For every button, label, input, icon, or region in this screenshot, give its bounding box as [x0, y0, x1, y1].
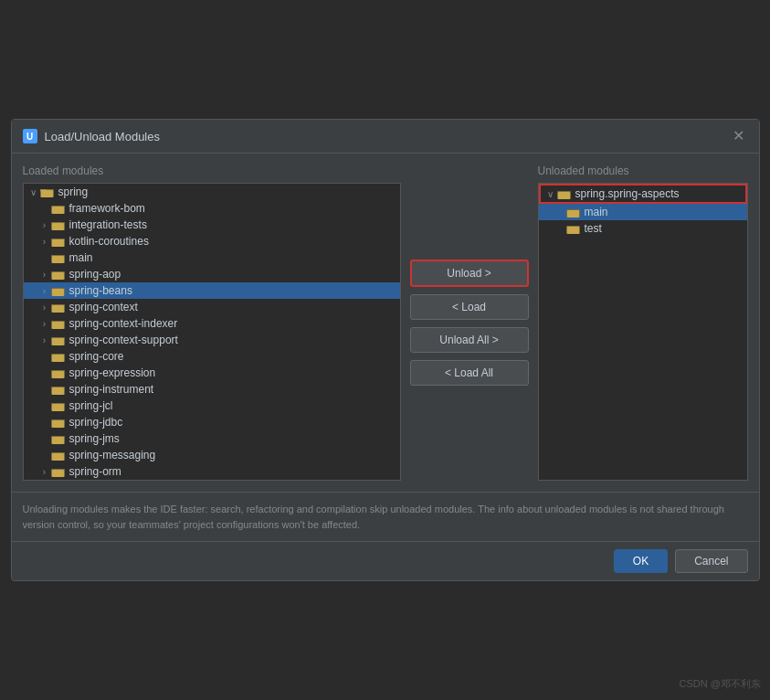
chevron-spring-context: › [38, 302, 51, 313]
folder-icon-test-unloaded [566, 222, 581, 235]
svg-rect-6 [52, 223, 64, 230]
svg-rect-28 [52, 404, 64, 411]
tree-label-spring-context-support: spring-context-support [69, 334, 178, 346]
tree-item-test-unloaded[interactable]: test [539, 220, 747, 237]
unload-all-button[interactable]: Unload All > [410, 327, 529, 353]
unloaded-tree[interactable]: ∨ spring.spring-aspects main [538, 183, 748, 481]
tree-item-spring-instrument[interactable]: spring-instrument [24, 381, 400, 398]
tree-label-spring: spring [58, 186, 89, 198]
folder-icon-spring-context [51, 301, 66, 313]
folder-icon-spring-context-support [51, 334, 66, 346]
svg-rect-14 [52, 289, 64, 296]
dialog-body: Loaded modules ∨ spring framework-bom [12, 154, 759, 492]
tree-label-main-unloaded: main [585, 206, 608, 218]
folder-icon-spring-jcl [51, 399, 66, 412]
svg-rect-26 [52, 387, 64, 395]
tree-label-spring-jcl: spring-jcl [69, 399, 113, 412]
tree-item-spring-core[interactable]: spring-core [24, 348, 400, 365]
folder-icon-spring-spring-aspects [557, 187, 572, 200]
svg-rect-36 [52, 470, 64, 477]
chevron-integration-tests: › [38, 220, 51, 230]
folder-icon-main [51, 251, 66, 264]
tree-item-integration-tests[interactable]: › integration-tests [24, 217, 400, 233]
tree-item-spring-orm[interactable]: › spring-orm [24, 463, 400, 480]
tree-item-spring-expression[interactable]: spring-expression [24, 365, 400, 381]
chevron-spring-orm: › [38, 467, 51, 477]
chevron-spring-beans: › [38, 286, 51, 296]
folder-icon-spring [40, 186, 55, 198]
svg-rect-24 [52, 371, 64, 378]
svg-rect-8 [52, 239, 64, 247]
tree-label-main: main [69, 251, 93, 264]
tree-item-spring-context-support[interactable]: › spring-context-support [24, 332, 400, 348]
svg-rect-32 [52, 437, 64, 444]
folder-icon-spring-instrument [51, 383, 66, 396]
tree-label-spring-instrument: spring-instrument [69, 383, 154, 396]
folder-icon-spring-core [51, 350, 66, 363]
tree-item-spring-messaging[interactable]: spring-messaging [24, 447, 400, 463]
tree-label-spring-context-indexer: spring-context-indexer [69, 317, 178, 330]
footer: OK Cancel [12, 541, 759, 580]
folder-icon-spring-context-indexer [51, 317, 66, 330]
tree-item-framework-bom[interactable]: framework-bom [24, 200, 400, 217]
cancel-button[interactable]: Cancel [675, 549, 747, 573]
tree-item-main[interactable]: main [24, 249, 400, 266]
load-all-button[interactable]: < Load All [410, 360, 529, 386]
folder-icon-framework-bom [51, 202, 66, 215]
ok-button[interactable]: OK [614, 549, 668, 573]
folder-icon-spring-messaging [51, 449, 66, 461]
tree-label-integration-tests: integration-tests [69, 218, 147, 231]
folder-icon-integration-tests [51, 218, 66, 231]
unload-button[interactable]: Unload > [410, 260, 529, 287]
tree-item-spring-jdbc[interactable]: spring-jdbc [24, 414, 400, 430]
tree-item-spring-spring-aspects[interactable]: ∨ spring.spring-aspects [539, 184, 747, 204]
tree-label-spring-orm: spring-orm [69, 465, 121, 478]
svg-rect-12 [52, 272, 64, 280]
close-button[interactable]: ✕ [729, 127, 748, 145]
tree-label-spring-aop: spring-aop [69, 268, 121, 281]
svg-rect-16 [52, 305, 64, 313]
chevron-kotlin-coroutines: › [38, 237, 51, 247]
title-bar-left: U Load/Unload Modules [23, 129, 160, 143]
folder-icon-spring-aop [51, 268, 66, 281]
tree-item-main-unloaded[interactable]: main [539, 204, 747, 220]
info-text: Unloading modules makes the IDE faster: … [23, 504, 724, 530]
svg-rect-38 [558, 192, 570, 199]
chevron-spring-context-support: › [38, 335, 51, 345]
tree-label-kotlin-coroutines: kotlin-coroutines [69, 235, 149, 248]
tree-label-spring-beans: spring-beans [69, 284, 132, 297]
chevron-spring-aop: › [38, 270, 51, 280]
chevron-spring-spring-aspects: ∨ [544, 189, 557, 199]
tree-item-spring-aop[interactable]: › spring-aop [24, 266, 400, 282]
folder-icon-main-unloaded [566, 206, 581, 218]
folder-icon-kotlin-coroutines [51, 235, 66, 248]
tree-label-spring-context: spring-context [69, 301, 138, 313]
title-bar: U Load/Unload Modules ✕ [12, 120, 759, 154]
tree-item-spring-jcl[interactable]: spring-jcl [24, 398, 400, 414]
svg-rect-40 [567, 210, 579, 217]
svg-rect-18 [52, 322, 64, 329]
tree-item-spring-context-indexer[interactable]: › spring-context-indexer [24, 315, 400, 332]
tree-label-framework-bom: framework-bom [69, 202, 145, 215]
tree-item-kotlin-coroutines[interactable]: › kotlin-coroutines [24, 233, 400, 249]
folder-icon-spring-orm [51, 465, 66, 478]
unloaded-panel-label: Unloaded modules [538, 164, 748, 177]
tree-item-spring-context[interactable]: › spring-context [24, 299, 400, 315]
tree-label-spring-messaging: spring-messaging [69, 449, 156, 461]
loaded-panel-label: Loaded modules [23, 164, 401, 177]
tree-label-spring-expression: spring-expression [69, 366, 156, 379]
app-icon: U [23, 129, 37, 143]
tree-item-spring[interactable]: ∨ spring [24, 184, 400, 200]
chevron-spring: ∨ [27, 187, 40, 197]
tree-label-spring-jdbc: spring-jdbc [69, 416, 123, 429]
tree-item-spring-jms[interactable]: spring-jms [24, 430, 400, 447]
tree-label-spring-spring-aspects: spring.spring-aspects [575, 187, 680, 200]
tree-label-spring-jms: spring-jms [69, 432, 120, 445]
svg-rect-34 [52, 453, 64, 461]
info-bar: Unloading modules makes the IDE faster: … [12, 492, 759, 541]
tree-item-spring-beans[interactable]: › spring-beans [24, 282, 400, 299]
folder-icon-spring-beans [51, 284, 66, 297]
folder-icon-spring-expression [51, 366, 66, 379]
load-button[interactable]: < Load [410, 294, 529, 320]
loaded-tree[interactable]: ∨ spring framework-bom › [23, 183, 401, 481]
